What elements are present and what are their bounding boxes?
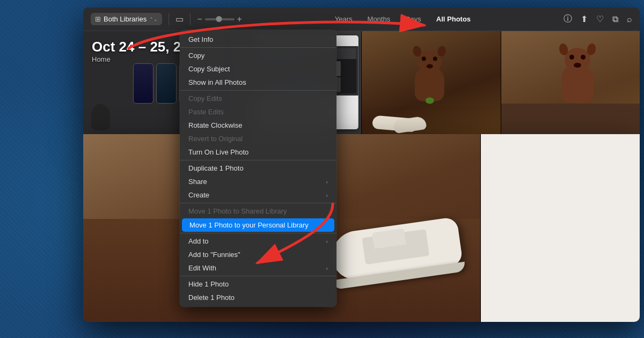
menu-item-paste-edits: Paste Edits <box>180 105 336 119</box>
menu-divider-1 <box>180 47 336 48</box>
menu-item-copy-edits: Copy Edits <box>180 92 336 105</box>
add-to-arrow-icon: › <box>326 238 328 245</box>
zoom-thumb[interactable] <box>216 16 222 22</box>
search-icon[interactable]: ⌕ <box>627 14 632 24</box>
nav-months[interactable]: Months <box>368 15 391 23</box>
zoom-slider-track[interactable] <box>205 18 235 20</box>
duplicate-icon[interactable]: ⧉ <box>612 14 618 24</box>
menu-item-create[interactable]: Create › <box>180 188 336 202</box>
screen-icon[interactable]: ▭ <box>175 14 184 24</box>
photo-grid-bottom <box>83 134 640 322</box>
share-icon[interactable]: ⬆ <box>581 14 588 24</box>
menu-divider-4 <box>180 203 336 203</box>
menu-divider-2 <box>180 90 336 91</box>
info-icon[interactable]: ⓘ <box>564 13 572 25</box>
photo-right-white <box>480 134 640 322</box>
menu-item-copy[interactable]: Copy <box>180 49 336 62</box>
menu-item-revert: Revert to Original <box>180 132 336 145</box>
zoom-control: − + <box>197 14 242 24</box>
zoom-minus-icon[interactable]: − <box>197 14 202 24</box>
menu-item-add-to[interactable]: Add to › <box>180 234 336 248</box>
toolbar: ⊞ Both Libraries ⌃⌄ ▭ − + Years Months D… <box>83 8 640 31</box>
mac-window-bottom <box>83 134 640 322</box>
library-selector[interactable]: ⊞ Both Libraries ⌃⌄ <box>91 13 162 25</box>
library-label: Both Libraries <box>104 15 147 23</box>
edit-with-arrow-icon: › <box>326 265 328 271</box>
library-icon: ⊞ <box>95 15 101 23</box>
zoom-plus-icon[interactable]: + <box>237 14 242 24</box>
heart-icon[interactable]: ♡ <box>596 14 604 24</box>
menu-divider-6 <box>180 276 336 276</box>
menu-item-duplicate[interactable]: Duplicate 1 Photo <box>180 161 336 175</box>
photo-cell-dog1[interactable] <box>362 31 501 136</box>
menu-divider-3 <box>180 160 336 160</box>
nav-all-photos[interactable]: All Photos <box>436 15 471 23</box>
menu-item-add-funnies[interactable]: Add to "Funnies" <box>180 248 336 261</box>
menu-item-delete[interactable]: Delete 1 Photo <box>180 291 336 304</box>
photo-cell-dog2[interactable] <box>501 31 640 136</box>
menu-item-share[interactable]: Share › <box>180 175 336 188</box>
menu-item-hide[interactable]: Hide 1 Photo <box>180 277 336 291</box>
menu-item-edit-with[interactable]: Edit With › <box>180 261 336 275</box>
menu-item-rotate[interactable]: Rotate Clockwise <box>180 119 336 132</box>
create-arrow-icon: › <box>326 192 328 199</box>
menu-item-get-info[interactable]: Get Info <box>180 33 336 46</box>
phone-mockup-2 <box>156 63 177 104</box>
menu-divider-5 <box>180 233 336 233</box>
menu-item-move-personal[interactable]: Move 1 Photo to your Personal Library <box>182 218 334 232</box>
share-arrow-icon: › <box>326 179 328 185</box>
mac-window-top: ⊞ Both Libraries ⌃⌄ ▭ − + Years Months D… <box>83 8 640 136</box>
photo-grid-top: Oct 24 – 25, 2022 Home <box>83 31 640 136</box>
toolbar-separator2 <box>190 13 191 25</box>
toolbar-right-icons: ⓘ ⬆ ♡ ⧉ ⌕ <box>564 13 632 25</box>
context-menu: Get Info Copy Copy Subject Show in All P… <box>180 30 336 307</box>
phone-mockup-1 <box>133 63 153 104</box>
chevron-updown-icon: ⌃⌄ <box>149 17 158 22</box>
menu-item-show-all[interactable]: Show in All Photos <box>180 76 336 89</box>
menu-item-live-photo[interactable]: Turn On Live Photo <box>180 145 336 159</box>
nav-days[interactable]: Days <box>405 15 421 23</box>
toolbar-nav: Years Months Days All Photos <box>248 15 557 23</box>
toolbar-separator <box>169 13 169 25</box>
menu-item-move-shared: Move 1 Photo to Shared Library <box>180 204 336 218</box>
nav-years[interactable]: Years <box>335 15 353 23</box>
menu-item-copy-subject[interactable]: Copy Subject <box>180 62 336 76</box>
